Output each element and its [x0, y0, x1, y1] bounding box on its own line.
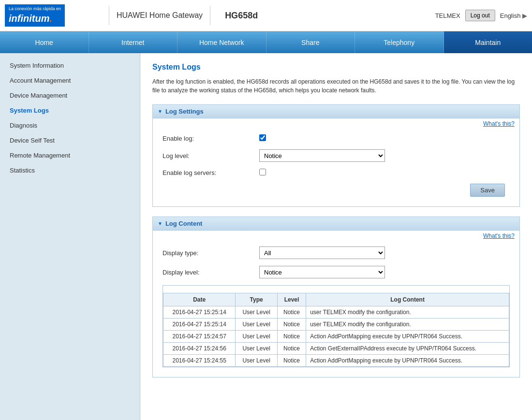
logo-tagline: La conexión más rápida en: [9, 6, 61, 12]
log-settings-arrow-icon: ▼: [158, 109, 163, 114]
display-level-control: Emergency Alert Critical Error Warning N…: [259, 266, 510, 278]
logo-area: La conexión más rápida en infinitum.: [5, 4, 102, 27]
log-settings-whats-this[interactable]: What's this?: [153, 118, 519, 127]
save-button[interactable]: Save: [470, 184, 505, 197]
enable-log-row: Enable log:: [163, 134, 510, 143]
save-button-row: Save: [163, 184, 510, 197]
nav-telephony[interactable]: Telephony: [355, 31, 444, 53]
cell-content: user TELMEX modify the configuration.: [306, 319, 509, 331]
log-level-row: Log level: Emergency Alert Critical Erro…: [163, 149, 510, 162]
display-type-control: All User Level System Level: [259, 246, 510, 259]
cell-date: 2016-04-27 15:25:14: [163, 306, 236, 319]
log-level-label: Log level:: [163, 152, 259, 159]
page-title: System Logs: [152, 63, 520, 72]
enable-log-servers-label: Enable log servers:: [163, 169, 259, 176]
display-level-select[interactable]: Emergency Alert Critical Error Warning N…: [259, 266, 385, 278]
display-level-label: Display level:: [163, 269, 259, 276]
log-content-section: ▼ Log Content What's this? Display type:…: [152, 217, 520, 377]
username: TELMEX: [435, 12, 460, 19]
language-label: English: [500, 12, 521, 19]
log-content-header: ▼ Log Content: [153, 217, 519, 231]
sidebar-item-remote-management[interactable]: Remote Management: [0, 148, 140, 163]
sidebar-item-account-management[interactable]: Account Management: [0, 73, 140, 88]
enable-log-servers-checkbox[interactable]: [259, 169, 266, 175]
log-content-whats-this[interactable]: What's this?: [153, 231, 519, 239]
lang-arrow-icon: ▶: [522, 12, 527, 19]
log-content-body: Display type: All User Level System Leve…: [153, 239, 519, 377]
nav-home[interactable]: Home: [0, 31, 89, 53]
log-level-control: Emergency Alert Critical Error Warning N…: [259, 149, 510, 162]
log-settings-body: Enable log: Log level: Emergency Alert C…: [153, 127, 519, 206]
header-right: TELMEX Log out English ▶: [435, 10, 527, 21]
header: La conexión más rápida en infinitum. HUA…: [0, 0, 532, 31]
cell-type: User Level: [236, 343, 277, 355]
table-row: 2016-04-27 15:25:14 User Level Notice us…: [163, 319, 509, 331]
col-log-content: Log Content: [306, 293, 509, 306]
nav-internet[interactable]: Internet: [89, 31, 178, 53]
log-table-wrapper: Date Type Level Log Content 2016-04-27 1…: [163, 285, 510, 367]
enable-log-servers-control: [259, 169, 510, 177]
cell-type: User Level: [236, 319, 277, 331]
sidebar-item-device-management[interactable]: Device Management: [0, 88, 140, 103]
table-row: 2016-04-27 15:25:14 User Level Notice us…: [163, 306, 509, 319]
cell-type: User Level: [236, 331, 277, 343]
cell-date: 2016-04-27 15:24:55: [163, 355, 236, 367]
main-layout: System Information Account Management De…: [0, 53, 532, 420]
cell-date: 2016-04-27 15:24:57: [163, 331, 236, 343]
nav-maintain[interactable]: Maintain: [444, 31, 532, 53]
nav-home-network[interactable]: Home Network: [177, 31, 266, 53]
cell-date: 2016-04-27 15:24:56: [163, 343, 236, 355]
log-content-arrow-icon: ▼: [158, 221, 163, 226]
sidebar-item-system-information[interactable]: System Information: [0, 58, 140, 73]
log-settings-header: ▼ Log Settings: [153, 105, 519, 118]
log-level-select[interactable]: Emergency Alert Critical Error Warning N…: [259, 149, 385, 162]
sidebar-item-system-logs[interactable]: System Logs: [0, 103, 140, 118]
cell-level: Notice: [277, 343, 306, 355]
nav-share[interactable]: Share: [266, 31, 355, 53]
header-divider2: [210, 6, 210, 25]
log-content-title: Log Content: [165, 220, 203, 227]
sidebar-item-diagnosis[interactable]: Diagnosis: [0, 118, 140, 133]
header-divider: [109, 6, 109, 25]
display-type-label: Display type:: [163, 249, 259, 257]
col-level: Level: [277, 293, 306, 306]
sidebar-item-statistics[interactable]: Statistics: [0, 163, 140, 178]
table-row: 2016-04-27 15:24:55 User Level Notice Ac…: [163, 355, 509, 367]
cell-content: Action AddPortMapping execute by UPNP/TR…: [306, 355, 509, 367]
cell-level: Notice: [277, 331, 306, 343]
log-table-scroll[interactable]: Date Type Level Log Content 2016-04-27 1…: [163, 286, 509, 367]
logo-brand: infinitum.: [9, 12, 61, 25]
enable-log-label: Enable log:: [163, 135, 259, 142]
page-description: After the log function is enabled, the H…: [152, 77, 520, 95]
table-row: 2016-04-27 15:24:56 User Level Notice Ac…: [163, 343, 509, 355]
log-table: Date Type Level Log Content 2016-04-27 1…: [163, 293, 509, 367]
cell-content: Action AddPortMapping execute by UPNP/TR…: [306, 331, 509, 343]
cell-level: Notice: [277, 355, 306, 367]
content-area: System Logs After the log function is en…: [140, 53, 532, 420]
sidebar-item-device-self-test[interactable]: Device Self Test: [0, 133, 140, 148]
nav-bar: Home Internet Home Network Share Telepho…: [0, 31, 532, 53]
col-date: Date: [163, 293, 236, 306]
cell-level: Notice: [277, 306, 306, 319]
cell-level: Notice: [277, 319, 306, 331]
cell-type: User Level: [236, 306, 277, 319]
enable-log-checkbox[interactable]: [259, 134, 266, 141]
col-type: Type: [236, 293, 277, 306]
log-settings-section: ▼ Log Settings What's this? Enable log: …: [152, 104, 520, 207]
enable-log-servers-row: Enable log servers:: [163, 169, 510, 177]
cell-content: user TELMEX modify the configuration.: [306, 306, 509, 319]
display-type-select[interactable]: All User Level System Level: [259, 246, 385, 259]
cell-date: 2016-04-27 15:25:14: [163, 319, 236, 331]
sidebar: System Information Account Management De…: [0, 53, 140, 420]
model-name: HG658d: [225, 11, 258, 21]
logo: La conexión más rápida en infinitum.: [5, 4, 65, 27]
log-settings-title: Log Settings: [165, 108, 204, 115]
table-row: 2016-04-27 15:24:57 User Level Notice Ac…: [163, 331, 509, 343]
logout-button[interactable]: Log out: [465, 10, 495, 21]
enable-log-control: [259, 134, 510, 143]
cell-type: User Level: [236, 355, 277, 367]
display-type-row: Display type: All User Level System Leve…: [163, 246, 510, 259]
language-selector[interactable]: English ▶: [500, 12, 527, 19]
cell-content: Action GetExternalIPAddress execute by U…: [306, 343, 509, 355]
display-level-row: Display level: Emergency Alert Critical …: [163, 266, 510, 278]
